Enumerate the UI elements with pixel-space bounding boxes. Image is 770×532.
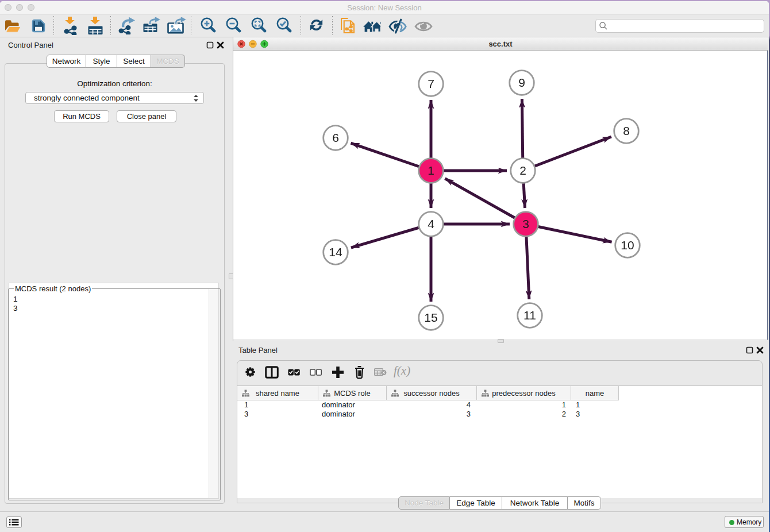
svg-text:1: 1	[428, 164, 434, 177]
svg-text:3: 3	[522, 217, 529, 230]
svg-text:7: 7	[428, 77, 434, 90]
svg-text:4: 4	[428, 217, 434, 230]
svg-text:14: 14	[329, 245, 342, 259]
svg-text:2: 2	[519, 164, 526, 177]
svg-text:10: 10	[621, 238, 634, 252]
svg-text:9: 9	[518, 76, 525, 89]
svg-text:11: 11	[523, 309, 536, 322]
svg-text:8: 8	[623, 124, 630, 137]
svg-text:15: 15	[424, 311, 437, 324]
svg-text:6: 6	[332, 131, 339, 144]
